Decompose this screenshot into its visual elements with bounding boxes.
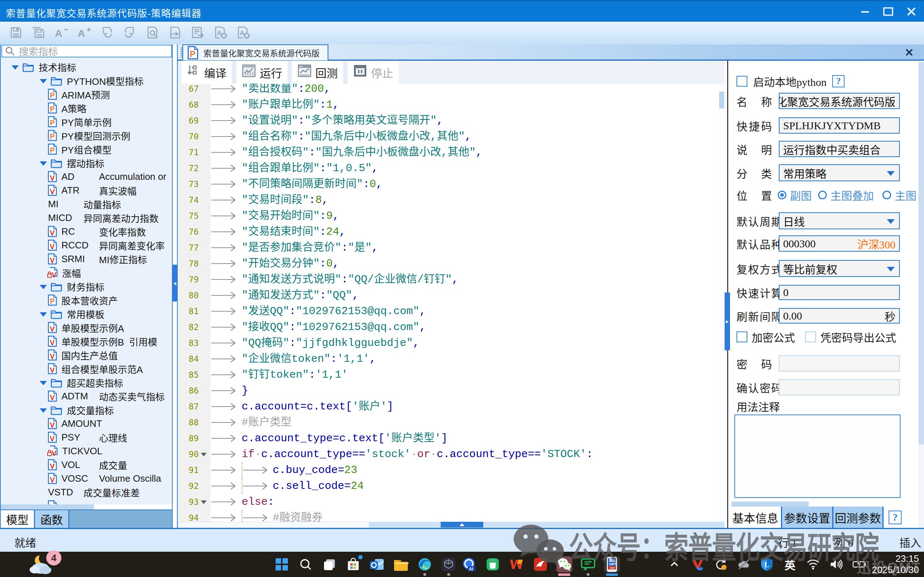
right-splitter-collapse[interactable]: ► <box>725 292 730 350</box>
tree-item[interactable]: VSRMIMI修正指标 <box>1 252 172 266</box>
left-splitter-collapse[interactable]: ◄ <box>172 265 177 301</box>
tree-item[interactable]: PPY组合模型 <box>1 142 172 156</box>
position-radio-main-chart[interactable] <box>882 191 891 199</box>
tree-item[interactable]: PA策略 <box>1 101 172 115</box>
font-increase-button[interactable]: A <box>77 26 91 40</box>
tree-item[interactable]: MI动量指标 <box>1 197 172 211</box>
tree-folder[interactable]: 成交量指标 <box>1 403 172 417</box>
tree-folder[interactable]: 财务指标 <box>1 279 172 293</box>
tree-item[interactable]: VPSY心理线 <box>1 430 172 444</box>
search-input[interactable]: 搜索指标 <box>2 45 172 57</box>
undo-button[interactable] <box>100 26 113 40</box>
adjust-mode-dropdown[interactable]: 等比前复权 <box>779 260 900 277</box>
tree-expander-icon[interactable] <box>40 161 47 166</box>
tree-item[interactable]: PARIMA预测 <box>1 87 172 101</box>
editor-tab[interactable]: P 索普量化聚宽交易系统源代码版 <box>182 44 328 60</box>
taskbar-search-icon[interactable] <box>298 556 314 572</box>
tree-horizontal-scrollbar[interactable] <box>1 504 172 509</box>
usage-note-textarea[interactable] <box>734 414 900 498</box>
left-splitter[interactable]: ◄ <box>172 44 178 528</box>
local-python-help-button[interactable]: ? <box>832 75 845 87</box>
taskbar-outlook-icon[interactable] <box>369 556 385 572</box>
tree-folder[interactable]: 常用模板 <box>1 307 172 321</box>
shortcut-field[interactable]: SPLHJKJYXTYDMB <box>779 118 900 134</box>
taskbar-file-explorer-icon[interactable] <box>393 556 409 572</box>
refresh-interval-field[interactable]: 0.00 秒 <box>779 308 900 324</box>
tray-defender-icon[interactable]: L <box>760 558 774 571</box>
tree-item[interactable]: V国内生产总值 <box>1 348 172 362</box>
tree-item[interactable]: VATR真实波幅 <box>1 184 172 197</box>
category-dropdown[interactable]: 常用策略 <box>779 164 900 181</box>
default-symbol-field[interactable]: 000300 沪深300 <box>779 235 900 251</box>
description-field[interactable]: 运行指数中买卖组合 <box>779 141 900 157</box>
close-button[interactable] <box>905 5 918 18</box>
tree-item[interactable]: PPY模型回测示例 <box>1 129 172 142</box>
taskbar-task-view-icon[interactable] <box>321 556 337 572</box>
panel-vertical-scrollbar[interactable] <box>918 61 924 528</box>
tree-item[interactable]: V <box>1 499 172 504</box>
position-radio-overlay[interactable] <box>818 191 827 199</box>
tray-wifi-icon[interactable] <box>806 558 820 571</box>
preview-button[interactable] <box>146 26 159 40</box>
editor-horizontal-scrollbar[interactable] <box>178 522 725 528</box>
tray-volume-icon[interactable] <box>829 558 843 571</box>
maximize-button[interactable] <box>882 5 894 18</box>
tree-folder[interactable]: 摆动指标 <box>1 156 172 170</box>
taskbar-windows-start-icon[interactable] <box>274 556 290 572</box>
taskbar-cube-icon[interactable] <box>441 556 456 572</box>
taskbar-wechat-icon[interactable] <box>556 556 572 572</box>
import-button[interactable] <box>192 26 205 40</box>
tree-item[interactable]: VSTD成交量标准差 <box>1 485 172 499</box>
tree-item[interactable]: VADAccumulation or <box>1 170 172 184</box>
export-button[interactable] <box>169 26 182 40</box>
tree-item[interactable]: VAMOUNT <box>1 417 172 430</box>
tray-sync-icon[interactable] <box>714 558 727 571</box>
taskbar-green-screen-icon[interactable] <box>580 556 596 572</box>
tree-item[interactable]: VVOSCVolume Oscilla <box>1 472 172 485</box>
taskbar-quark-ai-icon[interactable]: AI <box>461 556 477 572</box>
taskbar-wps-icon[interactable] <box>509 556 524 572</box>
tray-battery-icon[interactable] <box>853 558 866 571</box>
tree-folder[interactable]: 超买超卖指标 <box>1 376 172 389</box>
minimize-button[interactable] <box>859 5 871 18</box>
tree-folder[interactable]: PYTHON模型指标 <box>1 74 172 87</box>
save-all-button[interactable] <box>32 26 45 40</box>
panel-horizontal-scrollbar[interactable] <box>728 501 919 506</box>
tree-expander-icon[interactable] <box>40 79 47 84</box>
tree-folder[interactable]: 技术指标 <box>1 60 172 74</box>
sidebar-tab-function[interactable]: 函数 <box>35 510 69 528</box>
tree-item[interactable]: PPY简单示例 <box>1 115 172 129</box>
taskbar-red-swoosh-icon[interactable] <box>532 556 548 572</box>
weather-widget[interactable]: 4 <box>26 553 59 576</box>
tray-v-colorful-icon[interactable] <box>691 558 705 571</box>
fold-marker-icon[interactable] <box>200 494 207 510</box>
panel-tab-backtest-parameters[interactable]: 回测参数 <box>832 506 884 528</box>
tree-item[interactable]: VRCCD异同离差变化率 <box>1 238 172 252</box>
tree-item[interactable]: VTICKVOL <box>1 444 172 458</box>
formula-settings2-button[interactable]: A <box>237 26 250 40</box>
sidebar-tab-model[interactable]: 模型 <box>1 510 35 528</box>
local-python-checkbox[interactable] <box>737 76 747 87</box>
taskbar-qmt-icon[interactable]: 国金QMTVIP <box>604 556 620 572</box>
tree-item[interactable]: V单股模型示例B引用模 <box>1 334 172 348</box>
tree-item[interactable]: VVOL成交量 <box>1 458 172 472</box>
tray-cloud-off-icon[interactable] <box>737 558 751 571</box>
panel-tab-basic-info[interactable]: 基本信息 <box>730 506 781 528</box>
tree-item[interactable]: MICD异同离差动力指数 <box>1 211 172 225</box>
run-button[interactable]: 运行 <box>236 61 287 84</box>
save-button[interactable] <box>10 26 23 40</box>
tree-item[interactable]: VRC变化率指数 <box>1 225 172 238</box>
taskbar-clock[interactable]: 23:15 2025/10/30 <box>872 553 919 575</box>
taskbar-edge-icon[interactable] <box>417 556 433 572</box>
name-field[interactable]: 索普量化聚宽交易系统源代码版 <box>779 93 900 109</box>
editor-vertical-scrollbar[interactable] <box>719 84 725 522</box>
compile-button[interactable]: 编译 <box>181 61 232 84</box>
fold-marker-icon[interactable] <box>200 446 207 462</box>
encrypt-formula-checkbox[interactable] <box>737 332 747 342</box>
tray-chevron-up-icon[interactable] <box>668 558 681 571</box>
tree-expander-icon[interactable] <box>40 285 47 289</box>
tree-item[interactable]: V涨幅 <box>1 266 172 279</box>
quick-calc-field[interactable]: 0 <box>779 285 900 300</box>
panel-close-icon[interactable]: ✕ <box>904 47 914 58</box>
default-period-dropdown[interactable]: 日线 <box>779 212 900 229</box>
